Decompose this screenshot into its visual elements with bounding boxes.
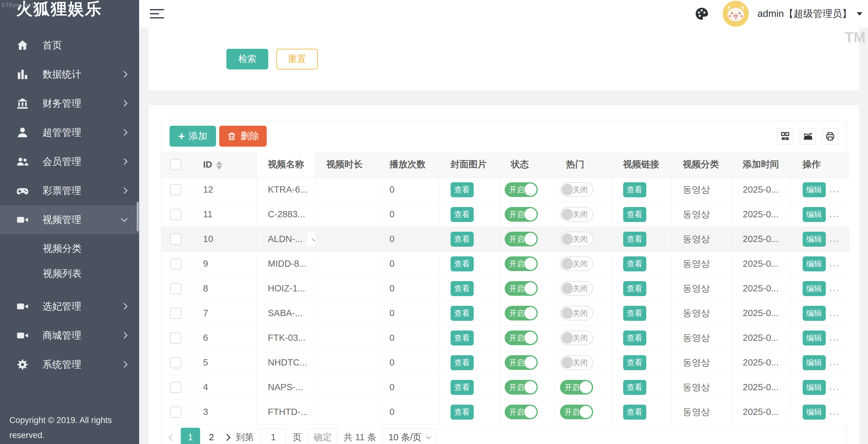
status-toggle[interactable]: 开启 [505,355,538,370]
reset-button[interactable]: 重置 [276,49,318,69]
row-checkbox[interactable] [170,332,181,344]
edit-button[interactable]: 编辑 [803,330,826,346]
more-actions[interactable]: ... [830,209,840,219]
status-toggle[interactable]: 开启 [505,405,538,419]
page-number-2[interactable]: 2 [205,428,218,444]
prev-page-icon[interactable] [168,434,176,441]
goto-page-input[interactable] [260,429,286,444]
hot-toggle[interactable]: 关闭 [560,207,593,222]
export-icon[interactable] [800,128,816,145]
view-cover-button[interactable]: 查看 [451,330,474,346]
hot-toggle[interactable]: 关闭 [560,232,593,246]
more-actions[interactable]: ... [830,283,840,293]
view-cover-button[interactable]: 查看 [451,306,474,321]
sidebar-item-财务管理[interactable]: 财务管理 [0,89,139,118]
search-button[interactable]: 检索 [226,49,268,69]
view-cover-button[interactable]: 查看 [451,182,474,197]
avatar[interactable] [723,1,749,27]
status-toggle[interactable]: 开启 [505,182,538,197]
more-actions[interactable]: ... [830,332,840,342]
sidebar-item-视频管理[interactable]: 视频管理 [0,205,139,234]
sidebar-item-会员管理[interactable]: 会员管理 [0,147,139,176]
next-page-icon[interactable] [223,434,231,441]
sidebar-subitem-视频分类[interactable]: 视频分类 [0,236,139,261]
more-actions[interactable]: ... [830,233,840,244]
confirm-page-button[interactable]: 确定 [308,429,337,444]
edit-button[interactable]: 编辑 [803,182,826,197]
select-all-checkbox[interactable] [170,159,181,170]
view-cover-button[interactable]: 查看 [451,256,474,272]
view-link-button[interactable]: 查看 [623,330,646,346]
status-toggle[interactable]: 开启 [505,306,538,320]
row-checkbox[interactable] [170,233,181,245]
edit-button[interactable]: 编辑 [803,380,826,395]
view-link-button[interactable]: 查看 [623,182,646,197]
page-number-1[interactable]: 1 [181,428,200,444]
row-checkbox[interactable] [170,258,181,269]
hot-toggle[interactable]: 关闭 [560,182,593,197]
view-link-button[interactable]: 查看 [623,207,646,222]
sort-icon[interactable] [216,161,222,169]
view-link-button[interactable]: 查看 [623,256,646,272]
hot-toggle[interactable]: 关闭 [560,330,593,345]
view-cover-button[interactable]: 查看 [451,355,474,370]
add-button[interactable]: + 添加 [169,126,216,147]
hot-toggle[interactable]: 关闭 [560,355,593,370]
hot-toggle[interactable]: 关闭 [560,281,593,296]
delete-button[interactable]: 删除 [219,126,267,147]
hot-toggle[interactable]: 开启 [560,380,593,394]
status-toggle[interactable]: 开启 [505,232,538,246]
hot-toggle[interactable]: 关闭 [560,256,593,271]
sidebar-item-系统管理[interactable]: 系统管理 [0,350,139,379]
more-actions[interactable]: ... [830,184,840,194]
more-actions[interactable]: ... [830,382,840,392]
edit-button[interactable]: 编辑 [803,306,826,321]
view-cover-button[interactable]: 查看 [451,232,474,247]
view-cover-button[interactable]: 查看 [451,380,474,395]
view-link-button[interactable]: 查看 [623,380,646,395]
view-link-button[interactable]: 查看 [623,232,646,247]
row-checkbox[interactable] [170,382,181,393]
columns-icon[interactable] [777,128,793,145]
edit-button[interactable]: 编辑 [803,281,826,296]
menu-toggle-icon[interactable] [150,6,164,21]
view-link-button[interactable]: 查看 [623,306,646,321]
view-cover-button[interactable]: 查看 [451,405,474,420]
view-cover-button[interactable]: 查看 [451,207,474,222]
edit-button[interactable]: 编辑 [803,256,826,272]
theme-palette-icon[interactable] [694,6,709,21]
sidebar-item-彩票管理[interactable]: 彩票管理 [0,176,139,205]
sidebar-scrollbar[interactable] [137,202,139,231]
sidebar-item-商城管理[interactable]: 商城管理 [0,321,139,350]
row-checkbox[interactable] [170,357,181,368]
print-icon[interactable] [822,128,838,145]
sidebar-item-选妃管理[interactable]: 选妃管理 [0,292,139,321]
row-checkbox[interactable] [170,184,181,195]
more-actions[interactable]: ... [830,308,840,318]
row-checkbox[interactable] [170,209,181,220]
hot-toggle[interactable]: 开启 [560,405,593,419]
status-toggle[interactable]: 开启 [505,256,538,271]
more-actions[interactable]: ... [830,357,840,367]
sidebar-item-超管管理[interactable]: 超管管理 [0,118,139,147]
sidebar-item-首页[interactable]: 首页 [0,31,139,60]
row-checkbox[interactable] [170,407,181,418]
sidebar-item-数据统计[interactable]: 数据统计 [0,60,139,89]
more-actions[interactable]: ... [830,258,840,268]
sidebar-subitem-视频列表[interactable]: 视频列表 [0,261,139,286]
status-toggle[interactable]: 开启 [505,207,538,222]
row-checkbox[interactable] [170,308,181,319]
hot-toggle[interactable]: 关闭 [560,306,593,320]
view-link-button[interactable]: 查看 [623,281,646,296]
view-link-button[interactable]: 查看 [623,355,646,370]
per-page-select[interactable]: 10 条/页 [382,429,436,444]
row-checkbox[interactable] [170,283,181,294]
view-cover-button[interactable]: 查看 [451,281,474,296]
edit-button[interactable]: 编辑 [803,207,826,222]
status-toggle[interactable]: 开启 [505,281,538,296]
admin-user-label[interactable]: admin【超级管理员】 [757,7,852,20]
status-toggle[interactable]: 开启 [505,380,538,394]
edit-button[interactable]: 编辑 [803,405,826,420]
edit-button[interactable]: 编辑 [803,232,826,247]
edit-button[interactable]: 编辑 [803,355,826,370]
